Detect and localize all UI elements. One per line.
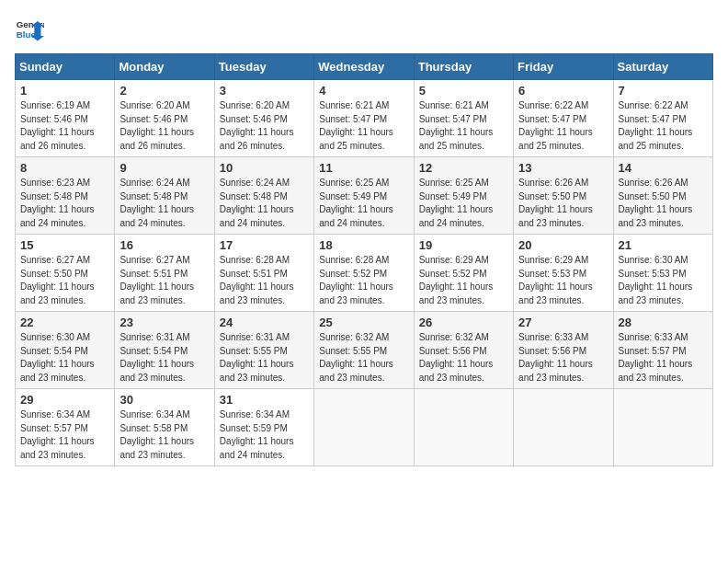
day-number: 29	[20, 393, 109, 407]
day-detail: Sunrise: 6:29 AM Sunset: 5:53 PM Dayligh…	[518, 254, 608, 307]
day-number: 10	[220, 161, 309, 175]
day-detail: Sunrise: 6:28 AM Sunset: 5:52 PM Dayligh…	[319, 254, 408, 307]
calendar-cell: 30Sunrise: 6:34 AM Sunset: 5:58 PM Dayli…	[115, 389, 214, 466]
calendar-cell: 25Sunrise: 6:32 AM Sunset: 5:55 PM Dayli…	[314, 312, 414, 389]
calendar-cell: 26Sunrise: 6:32 AM Sunset: 5:56 PM Dayli…	[414, 312, 513, 389]
weekday-header-wednesday: Wednesday	[314, 54, 414, 80]
day-number: 26	[419, 316, 508, 329]
calendar-cell: 8Sunrise: 6:23 AM Sunset: 5:48 PM Daylig…	[16, 157, 115, 235]
day-detail: Sunrise: 6:24 AM Sunset: 5:48 PM Dayligh…	[119, 177, 209, 230]
calendar-cell: 7Sunrise: 6:22 AM Sunset: 5:47 PM Daylig…	[613, 80, 712, 157]
calendar-cell: 10Sunrise: 6:24 AM Sunset: 5:48 PM Dayli…	[214, 157, 313, 235]
day-detail: Sunrise: 6:31 AM Sunset: 5:55 PM Dayligh…	[220, 331, 309, 385]
calendar-cell: 22Sunrise: 6:30 AM Sunset: 5:54 PM Dayli…	[16, 312, 115, 389]
day-number: 28	[619, 316, 708, 329]
calendar-cell	[514, 389, 613, 466]
weekday-header-thursday: Thursday	[414, 54, 513, 80]
day-detail: Sunrise: 6:29 AM Sunset: 5:52 PM Dayligh…	[419, 254, 508, 307]
day-detail: Sunrise: 6:22 AM Sunset: 5:47 PM Dayligh…	[518, 99, 608, 153]
weekday-header-monday: Monday	[115, 54, 214, 80]
day-detail: Sunrise: 6:32 AM Sunset: 5:55 PM Dayligh…	[319, 331, 408, 385]
day-detail: Sunrise: 6:32 AM Sunset: 5:56 PM Dayligh…	[419, 331, 508, 385]
weekday-header-tuesday: Tuesday	[214, 54, 313, 80]
day-detail: Sunrise: 6:33 AM Sunset: 5:56 PM Dayligh…	[518, 331, 608, 385]
day-detail: Sunrise: 6:20 AM Sunset: 5:46 PM Dayligh…	[119, 99, 209, 153]
day-number: 19	[419, 238, 508, 252]
day-number: 2	[119, 84, 209, 98]
calendar-cell: 19Sunrise: 6:29 AM Sunset: 5:52 PM Dayli…	[414, 235, 513, 312]
day-detail: Sunrise: 6:24 AM Sunset: 5:48 PM Dayligh…	[220, 177, 309, 230]
day-detail: Sunrise: 6:30 AM Sunset: 5:54 PM Dayligh…	[20, 331, 109, 385]
calendar-cell: 9Sunrise: 6:24 AM Sunset: 5:48 PM Daylig…	[115, 157, 214, 235]
calendar-cell: 13Sunrise: 6:26 AM Sunset: 5:50 PM Dayli…	[514, 157, 613, 235]
day-number: 22	[20, 316, 109, 329]
weekday-header-saturday: Saturday	[613, 54, 712, 80]
day-number: 6	[518, 84, 608, 98]
calendar-cell: 2Sunrise: 6:20 AM Sunset: 5:46 PM Daylig…	[115, 80, 214, 157]
calendar-cell: 23Sunrise: 6:31 AM Sunset: 5:54 PM Dayli…	[115, 312, 214, 389]
day-number: 12	[419, 161, 508, 175]
logo-icon: General Blue	[15, 15, 44, 44]
calendar-cell: 28Sunrise: 6:33 AM Sunset: 5:57 PM Dayli…	[613, 312, 712, 389]
calendar-cell: 18Sunrise: 6:28 AM Sunset: 5:52 PM Dayli…	[314, 235, 414, 312]
day-detail: Sunrise: 6:26 AM Sunset: 5:50 PM Dayligh…	[518, 177, 608, 230]
day-number: 21	[619, 238, 708, 252]
calendar-cell: 16Sunrise: 6:27 AM Sunset: 5:51 PM Dayli…	[115, 235, 214, 312]
page-header: General Blue	[15, 15, 713, 44]
day-number: 8	[20, 161, 109, 175]
day-number: 23	[119, 316, 209, 329]
day-number: 17	[220, 238, 309, 252]
day-number: 27	[518, 316, 608, 329]
calendar-cell: 14Sunrise: 6:26 AM Sunset: 5:50 PM Dayli…	[613, 157, 712, 235]
day-number: 20	[518, 238, 608, 252]
calendar-cell	[314, 389, 414, 466]
day-number: 18	[319, 238, 408, 252]
day-detail: Sunrise: 6:25 AM Sunset: 5:49 PM Dayligh…	[319, 177, 408, 230]
weekday-header-sunday: Sunday	[16, 54, 115, 80]
day-detail: Sunrise: 6:30 AM Sunset: 5:53 PM Dayligh…	[619, 254, 708, 307]
day-detail: Sunrise: 6:22 AM Sunset: 5:47 PM Dayligh…	[619, 99, 708, 153]
day-detail: Sunrise: 6:20 AM Sunset: 5:46 PM Dayligh…	[220, 99, 309, 153]
calendar-cell: 24Sunrise: 6:31 AM Sunset: 5:55 PM Dayli…	[214, 312, 313, 389]
day-detail: Sunrise: 6:27 AM Sunset: 5:51 PM Dayligh…	[119, 254, 209, 307]
day-number: 4	[319, 84, 408, 98]
day-detail: Sunrise: 6:21 AM Sunset: 5:47 PM Dayligh…	[419, 99, 508, 153]
day-detail: Sunrise: 6:34 AM Sunset: 5:57 PM Dayligh…	[20, 408, 109, 462]
day-detail: Sunrise: 6:23 AM Sunset: 5:48 PM Dayligh…	[20, 177, 109, 230]
day-detail: Sunrise: 6:28 AM Sunset: 5:51 PM Dayligh…	[220, 254, 309, 307]
day-detail: Sunrise: 6:33 AM Sunset: 5:57 PM Dayligh…	[619, 331, 708, 385]
calendar-cell: 4Sunrise: 6:21 AM Sunset: 5:47 PM Daylig…	[314, 80, 414, 157]
calendar-cell	[414, 389, 513, 466]
calendar-cell: 27Sunrise: 6:33 AM Sunset: 5:56 PM Dayli…	[514, 312, 613, 389]
day-number: 3	[220, 84, 309, 98]
day-number: 5	[419, 84, 508, 98]
calendar-cell: 6Sunrise: 6:22 AM Sunset: 5:47 PM Daylig…	[514, 80, 613, 157]
logo: General Blue	[15, 15, 44, 44]
day-detail: Sunrise: 6:19 AM Sunset: 5:46 PM Dayligh…	[20, 99, 109, 153]
calendar-cell: 11Sunrise: 6:25 AM Sunset: 5:49 PM Dayli…	[314, 157, 414, 235]
day-number: 16	[119, 238, 209, 252]
day-number: 31	[220, 393, 309, 407]
calendar-cell: 31Sunrise: 6:34 AM Sunset: 5:59 PM Dayli…	[214, 389, 313, 466]
day-number: 14	[619, 161, 708, 175]
calendar-cell: 5Sunrise: 6:21 AM Sunset: 5:47 PM Daylig…	[414, 80, 513, 157]
calendar-cell	[613, 389, 712, 466]
day-number: 13	[518, 161, 608, 175]
calendar-cell: 1Sunrise: 6:19 AM Sunset: 5:46 PM Daylig…	[16, 80, 115, 157]
day-number: 7	[619, 84, 708, 98]
day-number: 15	[20, 238, 109, 252]
day-detail: Sunrise: 6:25 AM Sunset: 5:49 PM Dayligh…	[419, 177, 508, 230]
calendar-cell: 12Sunrise: 6:25 AM Sunset: 5:49 PM Dayli…	[414, 157, 513, 235]
day-number: 24	[220, 316, 309, 329]
calendar-cell: 15Sunrise: 6:27 AM Sunset: 5:50 PM Dayli…	[16, 235, 115, 312]
calendar-cell: 3Sunrise: 6:20 AM Sunset: 5:46 PM Daylig…	[214, 80, 313, 157]
svg-text:Blue: Blue	[17, 29, 37, 40]
weekday-header-friday: Friday	[514, 54, 613, 80]
day-number: 11	[319, 161, 408, 175]
day-detail: Sunrise: 6:27 AM Sunset: 5:50 PM Dayligh…	[20, 254, 109, 307]
day-detail: Sunrise: 6:34 AM Sunset: 5:59 PM Dayligh…	[220, 408, 309, 462]
calendar-cell: 21Sunrise: 6:30 AM Sunset: 5:53 PM Dayli…	[613, 235, 712, 312]
day-detail: Sunrise: 6:34 AM Sunset: 5:58 PM Dayligh…	[119, 408, 209, 462]
day-number: 25	[319, 316, 408, 329]
calendar-cell: 29Sunrise: 6:34 AM Sunset: 5:57 PM Dayli…	[16, 389, 115, 466]
